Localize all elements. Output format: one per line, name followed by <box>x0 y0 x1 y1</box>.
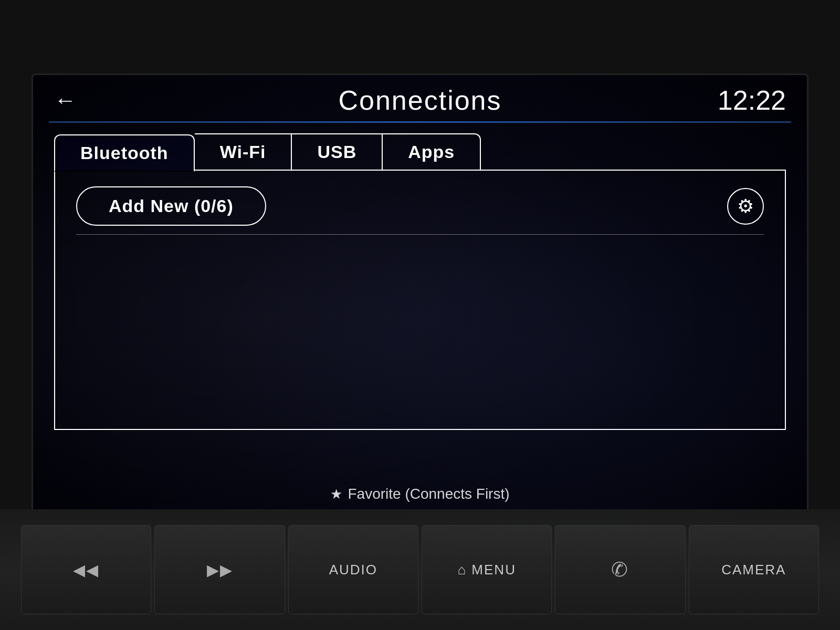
tab-apps[interactable]: Apps <box>383 133 481 171</box>
tab-bar: Bluetooth Wi-Fi USB Apps <box>33 123 807 171</box>
audio-label: AUDIO <box>329 562 377 578</box>
next-icon: ▶▶ <box>207 561 233 579</box>
clock-display: 12:22 <box>718 85 786 116</box>
tab-line <box>481 170 786 171</box>
star-icon: ★ <box>330 486 342 502</box>
tab-wifi[interactable]: Wi-Fi <box>195 133 292 171</box>
outer-frame: ← Connections 12:22 Bluetooth Wi-Fi USB … <box>0 0 840 630</box>
tab-content-area: Add New (0/6) ⚙ <box>54 171 786 430</box>
favorite-note-text: Favorite (Connects First) <box>348 486 509 502</box>
bottom-hardware-buttons: ◀◀ ▶▶ AUDIO ⌂ MENU ✆ CAMERA <box>0 509 840 630</box>
phone-icon: ✆ <box>611 558 629 581</box>
controls-row: Add New (0/6) ⚙ <box>76 186 764 226</box>
next-button[interactable]: ▶▶ <box>154 525 285 614</box>
camera-label: CAMERA <box>721 562 786 578</box>
tab-bluetooth[interactable]: Bluetooth <box>54 134 195 172</box>
gear-icon: ⚙ <box>737 195 754 217</box>
tab-usb[interactable]: USB <box>292 133 383 171</box>
prev-button[interactable]: ◀◀ <box>21 525 151 614</box>
menu-label: ⌂ MENU <box>457 562 516 578</box>
settings-button[interactable]: ⚙ <box>727 188 764 225</box>
device-list <box>76 235 764 413</box>
back-button[interactable]: ← <box>54 89 76 111</box>
add-new-button[interactable]: Add New (0/6) <box>76 186 266 226</box>
main-screen: ← Connections 12:22 Bluetooth Wi-Fi USB … <box>32 74 808 556</box>
header-bar: ← Connections 12:22 <box>33 75 807 121</box>
page-title: Connections <box>338 85 501 116</box>
menu-button[interactable]: ⌂ MENU <box>422 525 552 614</box>
audio-button[interactable]: AUDIO <box>288 525 418 614</box>
camera-button[interactable]: CAMERA <box>689 525 819 614</box>
favorite-note: ★ Favorite (Connects First) <box>330 486 509 502</box>
phone-button[interactable]: ✆ <box>555 525 685 614</box>
prev-icon: ◀◀ <box>73 561 99 579</box>
